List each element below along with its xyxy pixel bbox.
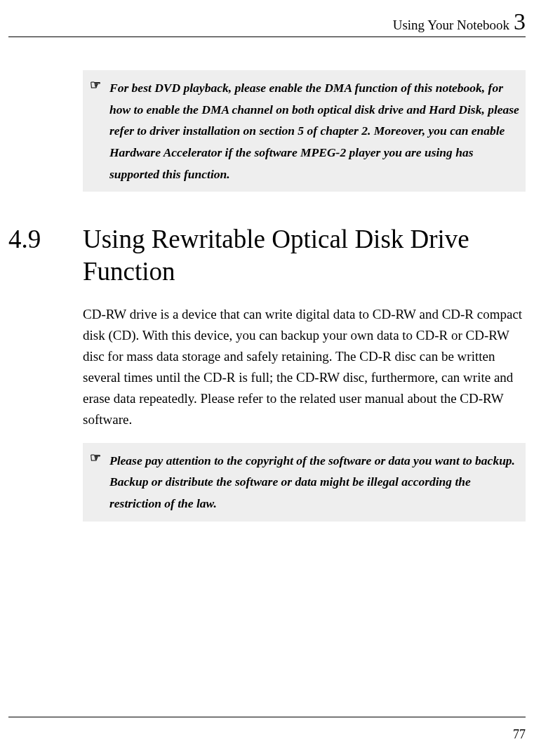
page-number: 77	[513, 727, 526, 741]
note-box-copyright: ☞ Please pay attention to the copyright …	[83, 443, 526, 522]
note-text-dvd: For best DVD playback, please enable the…	[90, 77, 521, 185]
page-header: Using Your Notebook 3	[8, 10, 526, 37]
note-text-copyright: Please pay attention to the copyright of…	[90, 450, 521, 515]
header-title: Using Your Notebook	[393, 18, 509, 33]
note-box-dvd: ☞ For best DVD playback, please enable t…	[83, 70, 526, 192]
body-paragraph: CD-RW drive is a device that can write d…	[83, 304, 526, 430]
header-chapter-number: 3	[514, 10, 526, 34]
section-heading: 4.9 Using Rewritable Optical Disk Drive …	[8, 223, 526, 289]
pointing-hand-icon: ☞	[90, 450, 101, 465]
section-title: Using Rewritable Optical Disk Drive Func…	[83, 223, 526, 289]
section-number: 4.9	[8, 223, 83, 289]
pointing-hand-icon: ☞	[90, 77, 101, 93]
page-content: ☞ For best DVD playback, please enable t…	[8, 70, 526, 522]
page-footer: 77	[8, 717, 526, 742]
